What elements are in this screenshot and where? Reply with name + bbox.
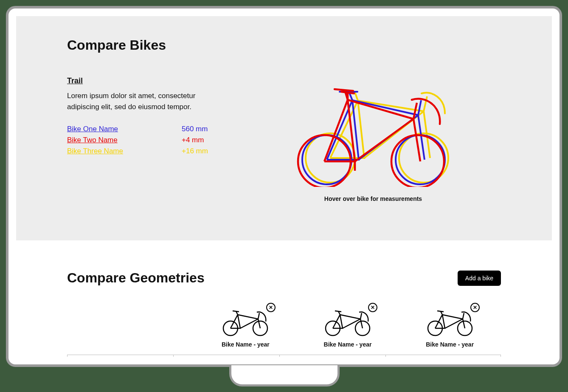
close-icon[interactable]: ✕ xyxy=(368,303,377,312)
bike-icon xyxy=(425,307,475,337)
bike-card: ✕ Bike Name - year xyxy=(297,303,399,348)
compare-geometries-section: Compare Geometries Add a bike ✕ Bike Nam… xyxy=(16,240,552,357)
bike-card: ✕ Bike Name - year xyxy=(194,303,297,348)
screen: Compare Bikes Trail Lorem ipsum dolor si… xyxy=(16,16,552,357)
page-title: Compare Bikes xyxy=(67,37,501,53)
bike-row: Bike One Name 560 mm xyxy=(67,125,220,133)
metric-description: Lorem ipsum dolor sit amet, consectetur … xyxy=(67,90,220,112)
bike-card-label: Bike Name - year xyxy=(297,341,399,348)
bike-link-two[interactable]: Bike Two Name xyxy=(67,136,118,144)
bike-card-row: ✕ Bike Name - year ✕ xyxy=(194,303,501,348)
geometries-title: Compare Geometries xyxy=(67,270,205,286)
close-icon[interactable]: ✕ xyxy=(266,303,276,312)
bike-overlay-diagram[interactable] xyxy=(282,76,464,187)
metric-panel: Trail Lorem ipsum dolor sit amet, consec… xyxy=(67,76,220,202)
bike-row: Bike Three Name +16 mm xyxy=(67,147,220,155)
bike-icon xyxy=(322,307,373,337)
bike-card: ✕ Bike Name - year xyxy=(399,303,501,348)
bike-list: Bike One Name 560 mm Bike Two Name +4 mm… xyxy=(67,125,220,155)
bike-link-three[interactable]: Bike Three Name xyxy=(67,147,123,155)
geometry-table xyxy=(67,355,501,357)
bike-link-one[interactable]: Bike One Name xyxy=(67,125,118,133)
metric-title: Trail xyxy=(67,76,220,85)
bike-card-label: Bike Name - year xyxy=(399,341,501,348)
bike-value-two: +4 mm xyxy=(182,136,220,144)
monitor-frame: Compare Bikes Trail Lorem ipsum dolor si… xyxy=(6,6,562,367)
bike-icon xyxy=(220,307,271,337)
compare-body: Trail Lorem ipsum dolor sit amet, consec… xyxy=(67,76,501,202)
bike-row: Bike Two Name +4 mm xyxy=(67,136,220,144)
geometries-header: Compare Geometries Add a bike xyxy=(67,270,501,286)
close-icon[interactable]: ✕ xyxy=(470,303,480,312)
bike-card-label: Bike Name - year xyxy=(194,341,297,348)
add-bike-button[interactable]: Add a bike xyxy=(458,271,501,286)
monitor-stand xyxy=(229,365,340,386)
bike-value-three: +16 mm xyxy=(182,147,220,155)
bike-value-one: 560 mm xyxy=(182,125,220,133)
diagram-panel: Hover over bike for measurements xyxy=(245,76,501,202)
hover-hint: Hover over bike for measurements xyxy=(324,195,422,202)
compare-bikes-section: Compare Bikes Trail Lorem ipsum dolor si… xyxy=(16,16,552,240)
